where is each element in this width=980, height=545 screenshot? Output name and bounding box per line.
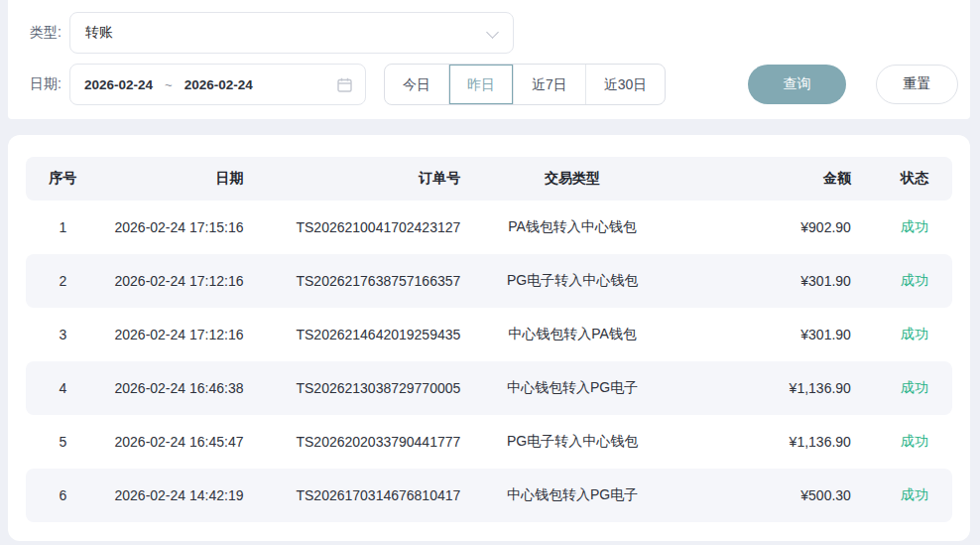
date-range-input[interactable]: 2026-02-24 ~ 2026-02-24	[69, 64, 366, 105]
row-amount: ¥301.90	[674, 327, 869, 342]
row-amount: ¥301.90	[674, 273, 869, 289]
column-header-no: 序号	[26, 170, 100, 188]
row-type: 中心钱包转入PA钱包	[470, 326, 674, 343]
row-order: TS2026202033790441777	[257, 434, 470, 450]
row-amount: ¥1,136.90	[674, 434, 869, 450]
status-badge: 成功	[869, 486, 952, 504]
type-select[interactable]: 转账	[69, 12, 514, 54]
quick-range-today[interactable]: 今日	[385, 65, 448, 104]
row-type: PG电子转入中心钱包	[470, 433, 674, 451]
calendar-icon	[337, 77, 352, 96]
quick-range-last30days[interactable]: 近30日	[585, 65, 666, 104]
table-row: 2 2026-02-24 17:12:16 TS2026217638757166…	[26, 254, 952, 308]
row-amount: ¥500.30	[674, 487, 869, 503]
row-date: 2026-02-24 17:12:16	[100, 327, 258, 342]
status-badge: 成功	[869, 433, 952, 451]
row-amount: ¥1,136.90	[674, 380, 869, 396]
row-type: 中心钱包转入PG电子	[470, 486, 674, 504]
row-date: 2026-02-24 17:12:16	[100, 273, 258, 289]
date-label: 日期:	[30, 75, 69, 93]
row-type: 中心钱包转入PG电子	[470, 379, 674, 397]
row-no: 1	[26, 219, 100, 235]
column-header-date: 日期	[100, 170, 258, 188]
column-header-amount: 金额	[674, 170, 869, 188]
column-header-type: 交易类型	[470, 170, 674, 188]
row-type: PG电子转入中心钱包	[470, 272, 674, 290]
date-start-value: 2026-02-24	[84, 77, 153, 92]
reset-button[interactable]: 重置	[876, 65, 958, 104]
row-order: TS2026210041702423127	[257, 219, 470, 235]
row-date: 2026-02-24 16:46:38	[100, 380, 258, 396]
date-range-separator: ~	[165, 77, 173, 92]
row-order: TS2026213038729770005	[257, 380, 470, 396]
row-order: TS2026170314676810417	[257, 487, 470, 503]
type-label: 类型:	[30, 24, 69, 42]
quick-range-group: 今日 昨日 近7日 近30日	[384, 64, 666, 105]
column-header-order: 订单号	[257, 170, 470, 188]
quick-range-last7days[interactable]: 近7日	[513, 65, 585, 104]
row-no: 6	[26, 487, 100, 503]
table-row: 6 2026-02-24 14:42:19 TS2026170314676810…	[26, 469, 952, 522]
row-no: 3	[26, 327, 100, 342]
row-type: PA钱包转入中心钱包	[470, 218, 674, 236]
query-button[interactable]: 查询	[748, 65, 846, 104]
status-badge: 成功	[869, 218, 952, 236]
type-filter-row: 类型: 转账	[30, 12, 948, 54]
table-header-row: 序号 日期 订单号 交易类型 金额 状态	[26, 157, 952, 201]
row-date: 2026-02-24 17:15:16	[100, 219, 258, 235]
filter-panel: 类型: 转账 日期: 2026-02-24 ~ 2026-02-24 今日 昨日	[8, 0, 970, 119]
status-badge: 成功	[869, 326, 952, 343]
table-row: 5 2026-02-24 16:45:47 TS2026202033790441…	[26, 415, 952, 469]
chevron-down-icon	[486, 26, 499, 39]
quick-range-yesterday[interactable]: 昨日	[448, 65, 513, 104]
column-header-status: 状态	[869, 170, 952, 188]
row-order: TS2026214642019259435	[257, 327, 470, 342]
row-order: TS2026217638757166357	[257, 273, 470, 289]
row-no: 5	[26, 434, 100, 450]
status-badge: 成功	[869, 379, 952, 397]
status-badge: 成功	[869, 272, 952, 290]
table-row: 1 2026-02-24 17:15:16 TS2026210041702423…	[26, 201, 952, 254]
table-row: 3 2026-02-24 17:12:16 TS2026214642019259…	[26, 308, 952, 361]
type-select-value: 转账	[85, 24, 113, 42]
transactions-table-card: 序号 日期 订单号 交易类型 金额 状态 1 2026-02-24 17:15:…	[8, 135, 970, 541]
date-end-value: 2026-02-24	[184, 77, 253, 92]
row-no: 2	[26, 273, 100, 289]
row-amount: ¥902.90	[674, 219, 869, 235]
row-no: 4	[26, 380, 100, 396]
table-row: 4 2026-02-24 16:46:38 TS2026213038729770…	[26, 361, 952, 415]
row-date: 2026-02-24 14:42:19	[100, 487, 258, 503]
row-date: 2026-02-24 16:45:47	[100, 434, 258, 450]
